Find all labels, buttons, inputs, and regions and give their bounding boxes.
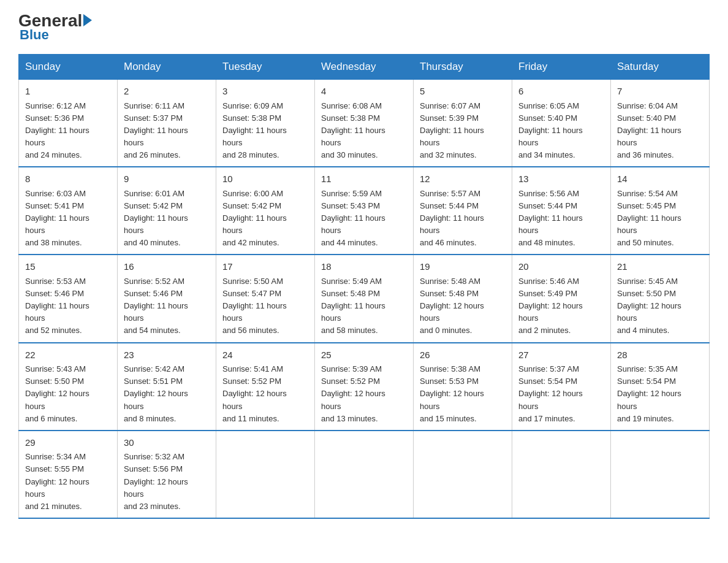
day-number: 16 [124,260,210,274]
day-number: 15 [25,260,111,274]
calendar-cell: 21Sunrise: 5:45 AMSunset: 5:50 PMDayligh… [611,255,710,342]
page-header: General Blue [18,12,710,43]
calendar-cell: 28Sunrise: 5:35 AMSunset: 5:54 PMDayligh… [611,343,710,431]
day-number: 21 [617,260,703,274]
day-number: 10 [222,172,308,186]
day-info: Sunrise: 6:00 AMSunset: 5:42 PMDaylight:… [222,188,308,250]
day-info: Sunrise: 5:48 AMSunset: 5:48 PMDaylight:… [420,275,506,337]
calendar-cell: 5Sunrise: 6:07 AMSunset: 5:39 PMDaylight… [414,80,512,167]
calendar-cell [315,431,414,518]
day-info: Sunrise: 6:09 AMSunset: 5:38 PMDaylight:… [222,100,308,162]
logo: General Blue [18,12,92,43]
day-info: Sunrise: 5:59 AMSunset: 5:43 PMDaylight:… [321,188,407,250]
day-info: Sunrise: 5:57 AMSunset: 5:44 PMDaylight:… [420,188,506,250]
day-info: Sunrise: 5:34 AMSunset: 5:55 PMDaylight:… [25,451,111,513]
calendar-cell: 26Sunrise: 5:38 AMSunset: 5:53 PMDayligh… [414,343,512,431]
day-number: 4 [321,85,407,99]
col-header-sunday: Sunday [19,55,118,80]
calendar-cell: 29Sunrise: 5:34 AMSunset: 5:55 PMDayligh… [19,431,118,518]
day-info: Sunrise: 5:49 AMSunset: 5:48 PMDaylight:… [321,275,407,337]
col-header-tuesday: Tuesday [216,55,315,80]
calendar-table: SundayMondayTuesdayWednesdayThursdayFrid… [18,54,710,519]
day-number: 14 [617,172,703,186]
calendar-cell: 19Sunrise: 5:48 AMSunset: 5:48 PMDayligh… [414,255,512,342]
col-header-monday: Monday [118,55,216,80]
day-number: 8 [25,172,111,186]
week-row-2: 8Sunrise: 6:03 AMSunset: 5:41 PMDaylight… [19,167,710,255]
day-number: 20 [518,260,604,274]
day-info: Sunrise: 5:56 AMSunset: 5:44 PMDaylight:… [518,188,604,250]
calendar-cell: 3Sunrise: 6:09 AMSunset: 5:38 PMDaylight… [216,80,315,167]
calendar-cell [216,431,315,518]
calendar-cell: 18Sunrise: 5:49 AMSunset: 5:48 PMDayligh… [315,255,414,342]
day-info: Sunrise: 5:42 AMSunset: 5:51 PMDaylight:… [124,363,210,425]
day-info: Sunrise: 5:52 AMSunset: 5:46 PMDaylight:… [124,275,210,337]
day-info: Sunrise: 5:46 AMSunset: 5:49 PMDaylight:… [518,275,604,337]
calendar-cell: 4Sunrise: 6:08 AMSunset: 5:38 PMDaylight… [315,80,414,167]
day-number: 24 [222,348,308,362]
day-number: 1 [25,85,111,99]
week-row-5: 29Sunrise: 5:34 AMSunset: 5:55 PMDayligh… [19,431,710,518]
calendar-cell: 27Sunrise: 5:37 AMSunset: 5:54 PMDayligh… [512,343,611,431]
calendar-cell: 23Sunrise: 5:42 AMSunset: 5:51 PMDayligh… [118,343,216,431]
day-number: 11 [321,172,407,186]
day-number: 23 [124,348,210,362]
calendar-cell: 20Sunrise: 5:46 AMSunset: 5:49 PMDayligh… [512,255,611,342]
calendar-cell: 12Sunrise: 5:57 AMSunset: 5:44 PMDayligh… [414,167,512,255]
calendar-cell [512,431,611,518]
day-info: Sunrise: 5:43 AMSunset: 5:50 PMDaylight:… [25,363,111,425]
day-number: 25 [321,348,407,362]
day-number: 7 [617,85,703,99]
day-info: Sunrise: 5:54 AMSunset: 5:45 PMDaylight:… [617,188,703,250]
day-info: Sunrise: 5:32 AMSunset: 5:56 PMDaylight:… [124,451,210,513]
day-info: Sunrise: 6:04 AMSunset: 5:40 PMDaylight:… [617,100,703,162]
day-number: 28 [617,348,703,362]
col-header-wednesday: Wednesday [315,55,414,80]
calendar-cell: 1Sunrise: 6:12 AMSunset: 5:36 PMDaylight… [19,80,118,167]
calendar-cell: 8Sunrise: 6:03 AMSunset: 5:41 PMDaylight… [19,167,118,255]
day-number: 29 [25,436,111,450]
calendar-cell: 2Sunrise: 6:11 AMSunset: 5:37 PMDaylight… [118,80,216,167]
day-info: Sunrise: 6:03 AMSunset: 5:41 PMDaylight:… [25,188,111,250]
day-info: Sunrise: 5:41 AMSunset: 5:52 PMDaylight:… [222,363,308,425]
calendar-cell: 16Sunrise: 5:52 AMSunset: 5:46 PMDayligh… [118,255,216,342]
day-info: Sunrise: 5:50 AMSunset: 5:47 PMDaylight:… [222,275,308,337]
day-info: Sunrise: 6:07 AMSunset: 5:39 PMDaylight:… [420,100,506,162]
col-header-saturday: Saturday [611,55,710,80]
calendar-cell: 13Sunrise: 5:56 AMSunset: 5:44 PMDayligh… [512,167,611,255]
day-number: 2 [124,85,210,99]
calendar-cell: 6Sunrise: 6:05 AMSunset: 5:40 PMDaylight… [512,80,611,167]
calendar-cell: 9Sunrise: 6:01 AMSunset: 5:42 PMDaylight… [118,167,216,255]
col-header-friday: Friday [512,55,611,80]
day-info: Sunrise: 5:45 AMSunset: 5:50 PMDaylight:… [617,275,703,337]
calendar-cell: 22Sunrise: 5:43 AMSunset: 5:50 PMDayligh… [19,343,118,431]
day-info: Sunrise: 6:08 AMSunset: 5:38 PMDaylight:… [321,100,407,162]
calendar-cell: 17Sunrise: 5:50 AMSunset: 5:47 PMDayligh… [216,255,315,342]
day-info: Sunrise: 6:01 AMSunset: 5:42 PMDaylight:… [124,188,210,250]
calendar-cell: 10Sunrise: 6:00 AMSunset: 5:42 PMDayligh… [216,167,315,255]
logo-blue-text: Blue [20,27,49,43]
calendar-cell [414,431,512,518]
day-info: Sunrise: 5:39 AMSunset: 5:52 PMDaylight:… [321,363,407,425]
week-row-1: 1Sunrise: 6:12 AMSunset: 5:36 PMDaylight… [19,80,710,167]
day-number: 19 [420,260,506,274]
calendar-cell: 25Sunrise: 5:39 AMSunset: 5:52 PMDayligh… [315,343,414,431]
day-info: Sunrise: 5:35 AMSunset: 5:54 PMDaylight:… [617,363,703,425]
week-row-3: 15Sunrise: 5:53 AMSunset: 5:46 PMDayligh… [19,255,710,342]
week-row-4: 22Sunrise: 5:43 AMSunset: 5:50 PMDayligh… [19,343,710,431]
day-number: 9 [124,172,210,186]
day-number: 5 [420,85,506,99]
day-info: Sunrise: 5:53 AMSunset: 5:46 PMDaylight:… [25,275,111,337]
day-number: 6 [518,85,604,99]
calendar-cell: 14Sunrise: 5:54 AMSunset: 5:45 PMDayligh… [611,167,710,255]
day-number: 18 [321,260,407,274]
day-info: Sunrise: 6:05 AMSunset: 5:40 PMDaylight:… [518,100,604,162]
calendar-cell: 11Sunrise: 5:59 AMSunset: 5:43 PMDayligh… [315,167,414,255]
day-number: 22 [25,348,111,362]
calendar-cell: 15Sunrise: 5:53 AMSunset: 5:46 PMDayligh… [19,255,118,342]
day-number: 3 [222,85,308,99]
day-info: Sunrise: 5:38 AMSunset: 5:53 PMDaylight:… [420,363,506,425]
day-info: Sunrise: 6:12 AMSunset: 5:36 PMDaylight:… [25,100,111,162]
day-number: 17 [222,260,308,274]
day-number: 27 [518,348,604,362]
